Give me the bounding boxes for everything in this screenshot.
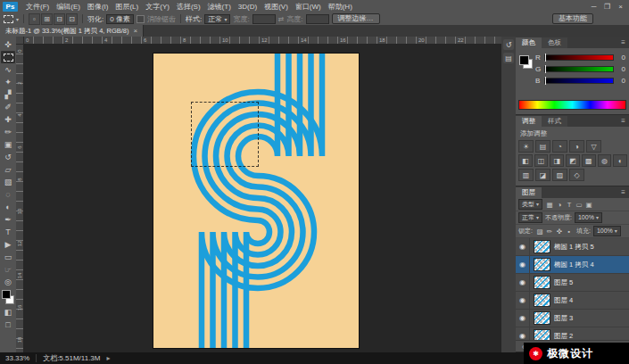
- height-input[interactable]: [306, 14, 329, 24]
- adj-color-lookup-icon[interactable]: ◍: [598, 154, 612, 167]
- adj-photo-filter-icon[interactable]: ◩: [566, 154, 580, 167]
- visibility-eye-icon[interactable]: ◉: [516, 292, 530, 309]
- eraser-tool[interactable]: ▱: [1, 163, 15, 176]
- menu-item-6[interactable]: 选择(S): [173, 2, 204, 12]
- filter-type-layers-icon[interactable]: T: [565, 200, 574, 209]
- adj-hue-saturation-icon[interactable]: ◧: [518, 154, 533, 167]
- tab-color[interactable]: 颜色: [516, 37, 542, 48]
- history-panel-icon[interactable]: ↺: [503, 39, 514, 50]
- status-popup-arrow-icon[interactable]: ▸: [106, 354, 110, 362]
- slider-thumb[interactable]: [545, 77, 546, 85]
- shape-tool[interactable]: ▭: [1, 251, 15, 263]
- tab-layers[interactable]: 图层: [516, 187, 542, 198]
- filter-shape-layers-icon[interactable]: ▭: [575, 200, 583, 209]
- adj-levels-icon[interactable]: ▤: [535, 140, 550, 153]
- visibility-eye-icon[interactable]: ◉: [516, 238, 530, 255]
- history-brush-tool[interactable]: ↺: [1, 151, 15, 163]
- visibility-eye-icon[interactable]: ◉: [516, 256, 530, 273]
- gradient-tool[interactable]: ▧: [1, 176, 15, 188]
- fill-select[interactable]: 100% ▾: [593, 226, 621, 236]
- close-button[interactable]: ×: [614, 3, 627, 11]
- adj-exposure-icon[interactable]: ◑: [569, 140, 584, 153]
- adj-gradient-map-icon[interactable]: ▨: [552, 169, 567, 181]
- panel-menu-icon[interactable]: ≡: [621, 188, 625, 196]
- menu-item-5[interactable]: 文字(Y): [142, 2, 173, 12]
- tab-close-icon[interactable]: ×: [133, 27, 137, 35]
- layer-row[interactable]: ◉椭圆 1 拷贝 5: [516, 238, 629, 256]
- dodge-tool[interactable]: ◐: [1, 201, 15, 213]
- screen-mode[interactable]: □: [1, 318, 15, 331]
- style-select[interactable]: 正常 ▾: [204, 14, 230, 24]
- adj-curves-icon[interactable]: ◔: [552, 140, 567, 153]
- antialias-checkbox[interactable]: [137, 15, 145, 23]
- panel-menu-icon[interactable]: ≡: [621, 38, 625, 46]
- menu-item-2[interactable]: 编辑(E): [53, 2, 84, 12]
- panel-menu-icon[interactable]: ≡: [621, 117, 625, 125]
- quick-mask-mode[interactable]: ◧: [1, 306, 15, 318]
- layer-row[interactable]: ◉图层 3: [516, 310, 629, 327]
- restore-button[interactable]: ❐: [600, 3, 614, 11]
- type-tool[interactable]: T: [1, 226, 15, 238]
- adj-selective-color-icon[interactable]: ◇: [569, 169, 584, 181]
- zoom-level-field[interactable]: 33.33%: [5, 354, 37, 362]
- blur-tool[interactable]: ◌: [1, 188, 15, 201]
- menu-item-9[interactable]: 视图(V): [261, 2, 292, 12]
- zoom-tool[interactable]: ◎: [1, 276, 15, 288]
- adj-black-white-icon[interactable]: ◨: [550, 154, 564, 167]
- lock-all-icon[interactable]: ▪: [565, 227, 574, 236]
- ruler-origin-corner[interactable]: [16, 37, 24, 45]
- adj-brightness-contrast-icon[interactable]: ☀: [518, 140, 534, 153]
- path-select-tool[interactable]: ▶: [1, 238, 15, 251]
- slider-thumb[interactable]: [545, 54, 546, 62]
- foreground-color-swatch[interactable]: [519, 55, 529, 65]
- lasso-tool[interactable]: ∿: [1, 63, 15, 76]
- adj-invert-icon[interactable]: ◐: [613, 154, 627, 167]
- visibility-eye-icon[interactable]: ◉: [516, 274, 530, 291]
- layer-row[interactable]: ◉图层 2: [516, 327, 629, 340]
- color-spectrum-bar[interactable]: [518, 100, 626, 110]
- properties-panel-icon[interactable]: ▤: [503, 53, 514, 63]
- swap-dimensions-icon[interactable]: ⇄: [278, 15, 285, 23]
- healing-brush-tool[interactable]: ✚: [1, 113, 15, 126]
- new-selection-icon[interactable]: ▫: [29, 13, 40, 25]
- menu-item-4[interactable]: 图层(L): [112, 2, 142, 12]
- tab-styles[interactable]: 样式: [542, 116, 567, 127]
- lock-image-icon[interactable]: ✏: [545, 227, 554, 236]
- filter-pixel-layers-icon[interactable]: ▦: [545, 200, 554, 209]
- refine-edge-button[interactable]: 调整边缘…: [332, 13, 380, 24]
- adj-vibrance-icon[interactable]: ▽: [586, 140, 601, 153]
- adj-posterize-icon[interactable]: ▥: [518, 169, 534, 181]
- layer-row[interactable]: ◉图层 4: [516, 292, 629, 310]
- move-tool[interactable]: ✜: [1, 38, 15, 51]
- menu-item-3[interactable]: 图像(I): [84, 2, 112, 12]
- workspace-switcher-button[interactable]: 基本功能: [552, 13, 593, 24]
- lock-transparency-icon[interactable]: ▨: [535, 227, 544, 236]
- menu-item-10[interactable]: 窗口(W): [292, 2, 325, 12]
- intersect-selection-icon[interactable]: ⊡: [66, 13, 78, 25]
- tab-swatches[interactable]: 色板: [542, 37, 567, 48]
- adj-threshold-icon[interactable]: ◪: [535, 169, 550, 181]
- eyedropper-tool[interactable]: ✐: [1, 101, 15, 113]
- visibility-eye-icon[interactable]: ◉: [516, 310, 530, 327]
- lock-position-icon[interactable]: ✜: [555, 227, 564, 236]
- canvas-area[interactable]: [23, 44, 501, 352]
- layer-row[interactable]: ◉椭圆 1 拷贝 4: [516, 256, 629, 274]
- subtract-from-selection-icon[interactable]: ⊟: [54, 13, 65, 25]
- menu-item-7[interactable]: 滤镜(T): [204, 2, 235, 12]
- tool-preset-caret-icon[interactable]: ▾: [16, 16, 19, 22]
- filter-adjustment-layers-icon[interactable]: ◑: [555, 200, 564, 209]
- menu-item-1[interactable]: 文件(F): [22, 2, 53, 12]
- slider-track-r[interactable]: [544, 54, 614, 61]
- menu-item-8[interactable]: 3D(D): [235, 3, 261, 11]
- tab-adjustments[interactable]: 调整: [516, 116, 542, 127]
- opacity-select[interactable]: 100% ▾: [575, 212, 602, 223]
- slider-track-b[interactable]: [544, 78, 614, 84]
- adj-channel-mixer-icon[interactable]: ▩: [582, 154, 596, 167]
- feather-input[interactable]: 0 像素: [106, 14, 134, 24]
- blend-mode-select[interactable]: 正常 ▾: [518, 212, 542, 223]
- minimize-button[interactable]: ─: [587, 3, 600, 11]
- crop-tool[interactable]: ▞: [1, 88, 15, 101]
- layer-filter-select[interactable]: 类型 ▾: [518, 199, 542, 210]
- pen-tool[interactable]: ✒: [1, 213, 15, 226]
- slider-track-g[interactable]: [544, 66, 614, 72]
